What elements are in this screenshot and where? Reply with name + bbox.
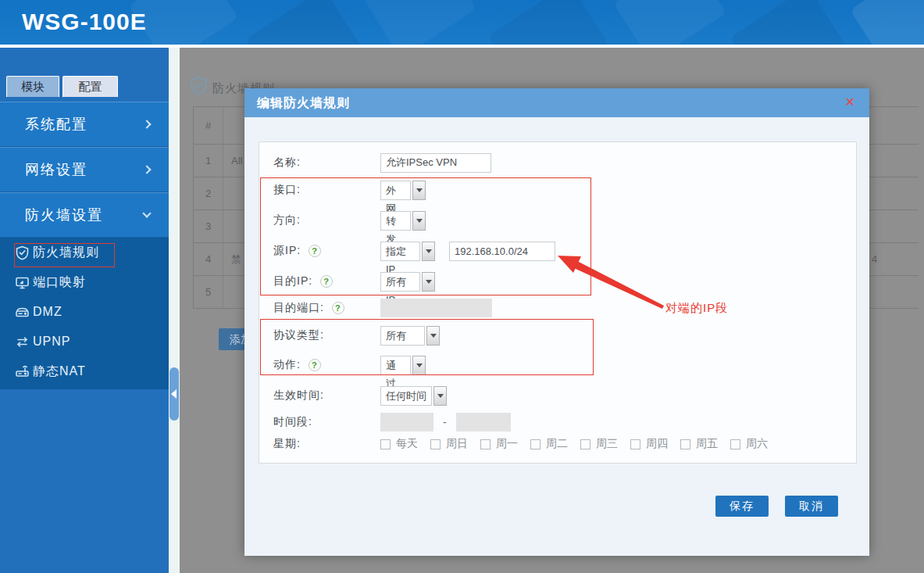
- row-number: 1: [194, 145, 223, 177]
- weekday-label: 周日: [446, 437, 468, 451]
- field-row-weekdays: 星期: 每天 周日 周一 周二 周三 周四 周五 周六: [273, 434, 780, 454]
- field-label: 目的端口: ?: [273, 301, 380, 315]
- field-label: 方向:: [273, 213, 380, 227]
- field-label-text: 目的IP:: [273, 274, 312, 288]
- checkbox-icon: [530, 439, 540, 449]
- weekday-checkbox-sunday: 周日: [430, 437, 468, 451]
- chevron-down-icon: [142, 209, 151, 217]
- weekday-checkbox-friday: 周五: [680, 437, 718, 451]
- tab-modules[interactable]: 模块: [6, 76, 59, 97]
- field-row-interface: 接口: 外网: [273, 180, 426, 200]
- sidebar-submenu: 防火墙规则 端口映射 DMZ: [0, 238, 169, 389]
- help-icon[interactable]: ?: [309, 359, 321, 371]
- checkbox-icon: [680, 439, 690, 449]
- dropdown-arrow-icon: [422, 272, 435, 292]
- time-range-separator: -: [443, 416, 447, 428]
- field-row-effective-time: 生效时间: 任何时间: [273, 385, 447, 406]
- sidebar-item-static-nat[interactable]: 静态NAT: [0, 356, 169, 386]
- help-icon[interactable]: ?: [309, 245, 321, 257]
- row-number: 5: [194, 276, 223, 308]
- rule-name: 禁: [231, 243, 241, 275]
- table-header-number: #: [194, 107, 223, 144]
- header-decoration: [730, 0, 848, 46]
- sidebar-item-dmz[interactable]: DMZ: [0, 297, 169, 327]
- tab-config[interactable]: 配置: [62, 76, 118, 97]
- select-value: 所有IP: [380, 272, 420, 292]
- sidebar-item-label: UPNP: [33, 335, 70, 349]
- field-label: 动作: ?: [273, 358, 380, 372]
- effective-time-select[interactable]: 任何时间: [380, 386, 447, 406]
- swap-arrows-icon: [15, 335, 30, 349]
- app-window: WSG-100E 模块 配置 系统配置 网络设置 防火墙设置 防火墙规则: [0, 0, 924, 573]
- time-end-input: [456, 413, 511, 432]
- field-label: 源IP: ?: [273, 244, 380, 258]
- source-ip-input[interactable]: [449, 242, 555, 261]
- weekday-checkbox-thursday: 周四: [630, 437, 668, 451]
- select-value: 转发: [380, 211, 411, 231]
- protocol-select[interactable]: 所有: [380, 326, 440, 346]
- field-label: 名称:: [273, 156, 380, 170]
- sidebar-collapse-strip: [169, 48, 180, 573]
- sidebar-section-system-config[interactable]: 系统配置: [0, 102, 169, 147]
- select-value: 外网: [380, 181, 411, 200]
- sidebar-item-label: 端口映射: [33, 274, 86, 291]
- header-decoration: [613, 0, 726, 46]
- app-header: WSG-100E: [0, 0, 924, 46]
- direction-select[interactable]: 转发: [380, 211, 426, 231]
- dropdown-arrow-icon: [433, 386, 447, 406]
- cancel-button[interactable]: 取消: [785, 496, 838, 517]
- sidebar-item-firewall-rules[interactable]: 防火墙规则: [0, 238, 169, 267]
- select-value: 所有: [380, 326, 425, 346]
- name-input[interactable]: [380, 153, 491, 173]
- help-icon[interactable]: ?: [332, 302, 344, 314]
- sidebar-item-label: DMZ: [33, 305, 62, 319]
- field-label: 目的IP: ?: [273, 274, 380, 288]
- save-button[interactable]: 保存: [715, 496, 769, 517]
- rule-name: All: [231, 145, 242, 177]
- field-row-action: 动作: ? 通过: [273, 355, 426, 375]
- sidebar-item-upnp[interactable]: UPNP: [0, 327, 169, 356]
- dropdown-arrow-icon: [412, 181, 426, 200]
- checkbox-icon: [730, 439, 740, 449]
- header-decoration: [363, 0, 476, 46]
- interface-select[interactable]: 外网: [380, 181, 426, 200]
- sidebar-item-label: 静态NAT: [33, 363, 86, 380]
- source-ip-type-select[interactable]: 指定IP: [380, 242, 435, 261]
- select-value: 任何时间: [380, 386, 432, 406]
- field-row-direction: 方向: 转发: [273, 210, 426, 231]
- field-label: 接口:: [273, 183, 380, 197]
- checkbox-icon: [480, 439, 491, 449]
- sidebar-section-network-settings[interactable]: 网络设置: [0, 147, 169, 192]
- field-label-text: 目的端口:: [273, 301, 324, 315]
- field-label: 协议类型:: [273, 328, 380, 342]
- field-label: 时间段:: [273, 415, 380, 429]
- sidebar-item-port-mapping[interactable]: 端口映射: [0, 267, 169, 297]
- router-icon: [15, 364, 30, 379]
- checkbox-icon: [630, 439, 640, 449]
- header-decoration: [850, 0, 924, 46]
- checkbox-icon: [580, 439, 590, 449]
- help-icon[interactable]: ?: [320, 275, 333, 288]
- close-icon[interactable]: ✕: [845, 95, 855, 109]
- app-logo: WSG-100E: [22, 9, 147, 35]
- dialog-title: 编辑防火墙规则: [257, 95, 350, 112]
- monitor-icon: [15, 275, 30, 290]
- chevron-right-icon: [142, 120, 151, 128]
- dest-port-input: [380, 299, 492, 317]
- dropdown-arrow-icon: [412, 356, 426, 375]
- action-select[interactable]: 通过: [380, 356, 426, 375]
- field-row-protocol: 协议类型: 所有: [273, 325, 440, 346]
- field-label: 生效时间:: [273, 389, 380, 403]
- sidebar-section-firewall-settings[interactable]: 防火墙设置: [0, 192, 169, 238]
- field-row-name: 名称:: [273, 152, 491, 173]
- dest-ip-type-select[interactable]: 所有IP: [380, 272, 435, 292]
- weekday-label: 周五: [696, 437, 718, 451]
- weekday-label: 每天: [396, 437, 418, 451]
- weekday-checkbox-saturday: 周六: [730, 437, 768, 451]
- edit-firewall-rule-dialog: 编辑防火墙规则 ✕ 名称: 接口: 外网 方向: 转发: [244, 88, 869, 556]
- weekday-checkbox-monday: 周一: [480, 437, 518, 451]
- sidebar-collapse-handle[interactable]: [169, 367, 179, 421]
- weekday-label: 周二: [546, 437, 568, 451]
- dropdown-arrow-icon: [422, 242, 435, 261]
- field-row-dest-port: 目的端口: ?: [273, 298, 492, 318]
